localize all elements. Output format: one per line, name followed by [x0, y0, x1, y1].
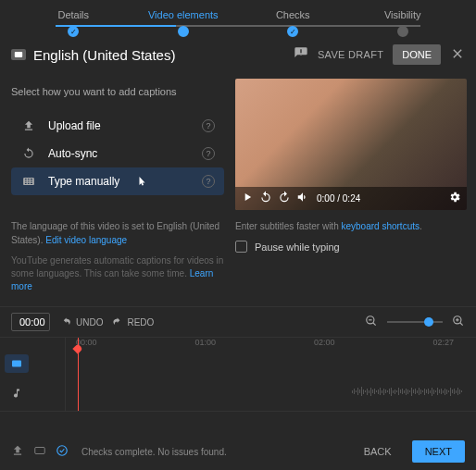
step-video-elements[interactable]: Video elements — [129, 9, 239, 37]
keyboard-shortcuts-note: Enter subtitles faster with keyboard sho… — [235, 221, 467, 231]
pause-while-typing-checkbox[interactable] — [235, 241, 247, 253]
zoom-controls — [365, 315, 465, 330]
captions-track-icon[interactable] — [5, 354, 29, 373]
redo-button[interactable]: REDO — [112, 316, 154, 328]
timeline-controls: 00:00 UNDO REDO — [0, 306, 476, 338]
dialog-title: English (United States) — [33, 47, 294, 63]
next-button[interactable]: NEXT — [412, 440, 465, 463]
waveform — [352, 386, 465, 397]
step-checks[interactable]: Checks — [238, 9, 348, 37]
svg-line-5 — [460, 322, 463, 325]
auto-sync-icon — [20, 147, 37, 160]
save-draft-button[interactable]: SAVE DRAFT — [318, 49, 383, 60]
svg-rect-8 — [12, 361, 21, 367]
playhead[interactable] — [78, 338, 79, 411]
back-button[interactable]: BACK — [353, 440, 403, 463]
skip-forward-icon[interactable] — [278, 191, 291, 206]
dialog-header: English (United States) SAVE DRAFT DONE — [0, 37, 476, 73]
checks-status: Checks complete. No issues found. — [81, 447, 344, 457]
step-details[interactable]: Details — [19, 9, 129, 37]
zoom-in-icon[interactable] — [452, 315, 465, 330]
pointer-cursor-icon — [136, 176, 147, 187]
help-icon[interactable]: ? — [202, 147, 215, 160]
pause-while-typing-label: Pause while typing — [255, 241, 340, 253]
help-icon[interactable]: ? — [202, 175, 215, 188]
done-button[interactable]: DONE — [393, 44, 441, 65]
zoom-out-icon[interactable] — [365, 315, 378, 330]
language-note: The language of this video is set to Eng… — [11, 219, 224, 247]
step-dot-icon — [178, 26, 189, 37]
option-auto-sync[interactable]: Auto-sync ? — [11, 140, 224, 167]
wizard-stepper: Details Video elements Checks Visibility — [0, 0, 476, 37]
auto-captions-note: YouTube generates automatic captions for… — [11, 254, 224, 293]
sd-icon — [33, 444, 46, 460]
timeline[interactable]: 00:00 01:00 02:00 02:27 — [0, 338, 476, 412]
step-dot-icon — [287, 26, 298, 37]
caption-prompt: Select how you want to add captions — [11, 86, 224, 97]
video-controls: 0:00 / 0:24 — [235, 187, 467, 210]
close-icon[interactable] — [450, 46, 465, 64]
timestamp-input[interactable]: 00:00 — [11, 313, 50, 331]
video-time: 0:00 / 0:24 — [317, 193, 443, 204]
volume-icon[interactable] — [296, 191, 309, 206]
skip-back-icon[interactable] — [259, 191, 272, 206]
step-visibility[interactable]: Visibility — [348, 9, 458, 37]
upload-status-icon — [11, 444, 24, 460]
caption-method-panel: Select how you want to add captions Uplo… — [11, 73, 224, 306]
help-icon[interactable]: ? — [202, 119, 215, 132]
timeline-ruler: 00:00 01:00 02:00 02:27 — [65, 338, 465, 347]
feedback-icon[interactable] — [294, 46, 308, 64]
check-circle-icon — [56, 444, 69, 460]
svg-point-10 — [57, 445, 68, 455]
dialog-footer: Checks complete. No issues found. BACK N… — [0, 433, 476, 470]
undo-button[interactable]: UNDO — [61, 316, 103, 328]
option-upload-file[interactable]: Upload file ? — [11, 112, 224, 140]
video-preview[interactable]: 0:00 / 0:24 — [235, 79, 467, 210]
edit-video-language-link[interactable]: Edit video language — [45, 235, 127, 245]
subtitles-icon — [11, 49, 26, 60]
preview-panel: 0:00 / 0:24 Enter subtitles faster with … — [235, 73, 467, 306]
upload-icon — [20, 119, 37, 132]
keyboard-shortcuts-link[interactable]: keyboard shortcuts — [342, 221, 420, 231]
audio-track-icon[interactable] — [5, 384, 29, 402]
svg-rect-9 — [35, 447, 45, 453]
option-type-manually[interactable]: Type manually ? — [11, 167, 224, 195]
step-dot-icon — [397, 26, 408, 37]
zoom-slider[interactable] — [387, 321, 443, 323]
keyboard-icon — [20, 175, 37, 188]
svg-line-2 — [373, 322, 376, 325]
step-dot-icon — [68, 26, 79, 37]
settings-icon[interactable] — [448, 191, 461, 206]
play-icon[interactable] — [241, 191, 254, 206]
svg-rect-0 — [15, 52, 22, 57]
